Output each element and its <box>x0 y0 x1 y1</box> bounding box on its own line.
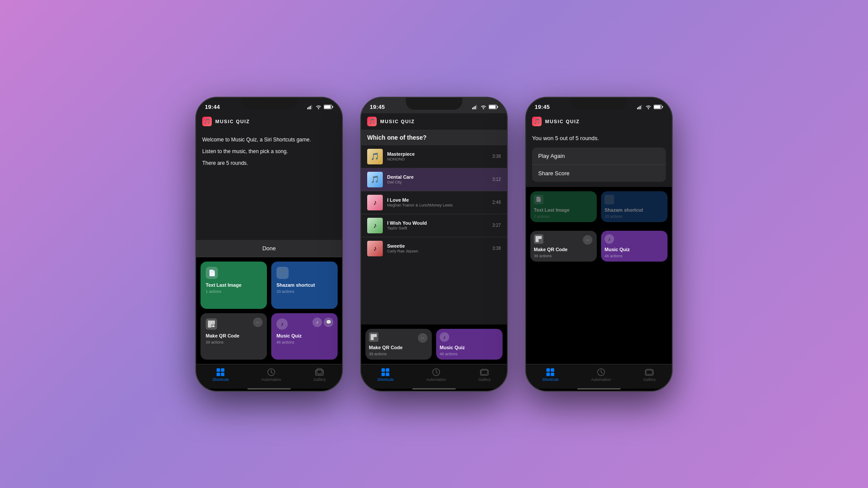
text-last-image-icon: 📄 <box>206 267 218 279</box>
qr-icon-2 <box>369 332 378 342</box>
music-quiz-card-icon-3: ♪ <box>605 234 614 244</box>
tab-shortcuts-label-3: Shortcuts <box>542 377 559 382</box>
tab-bar-3: Shortcuts Automation Gallery <box>526 364 672 389</box>
svg-rect-40 <box>386 368 389 372</box>
shortcut-qr[interactable]: ··· <box>201 313 267 360</box>
shortcut-music-quiz-2[interactable]: ♪ Music Quiz 46 actions <box>436 329 503 360</box>
song-item-2[interactable]: 🎵 Dental Care Owl City 3:12 <box>361 168 507 191</box>
my-shortcuts-icon-3 <box>546 368 555 377</box>
chat-icon-wrapper: 💬 <box>324 318 333 327</box>
song-title-1: Masterpiece <box>387 151 488 157</box>
shortcuts-bottom-3: ··· Make QR Code 39 actions ♪ Music <box>526 226 672 266</box>
tab-automation-1[interactable]: Automation <box>261 368 281 382</box>
qr-svg-2 <box>371 334 377 340</box>
gallery-icon-2 <box>480 368 489 377</box>
svg-rect-62 <box>551 373 554 376</box>
shortcut-qr-3[interactable]: ··· Make QR Code 39 actions <box>530 231 597 262</box>
song-info-4: I Wish You Would Taylor Swift <box>387 220 488 230</box>
song-info-5: Sweetie Carly Rae Jepsen <box>387 243 488 253</box>
welcome-line-1: Welcome to Music Quiz, a Siri Shortcuts … <box>202 136 336 144</box>
svg-rect-38 <box>372 338 373 339</box>
more-icon-qr-3[interactable]: ··· <box>583 235 592 245</box>
song-artist-2: Owl City <box>387 180 488 184</box>
svg-rect-12 <box>209 325 210 326</box>
song-item-4[interactable]: ♪ I Wish You Would Taylor Swift 3:27 <box>361 214 507 237</box>
home-bar-3 <box>577 388 621 390</box>
gallery-icon <box>315 368 324 377</box>
shortcut-text-last-3[interactable]: 📄 Text Last Image 2 actions <box>530 191 597 222</box>
song-duration-4: 3:27 <box>493 223 501 228</box>
shortcuts-bottom-2: ··· Make QR Code 39 actions ♪ Music <box>361 324 507 364</box>
song-info-1: Masterpiece NONONO <box>387 151 488 161</box>
tab-shortcuts-label-2: Shortcuts <box>377 377 394 382</box>
tab-automation-2[interactable]: Automation <box>426 368 446 382</box>
svg-rect-61 <box>546 373 550 376</box>
more-icon-qr-2[interactable]: ··· <box>418 333 427 343</box>
shortcut-music-actions-3: 46 actions <box>605 254 664 258</box>
svg-rect-42 <box>386 373 389 376</box>
svg-rect-51 <box>662 106 663 108</box>
status-bar-1: 19:44 <box>196 98 342 113</box>
shortcut-actions-1: 1 actions <box>206 289 262 294</box>
svg-rect-27 <box>473 107 474 109</box>
more-icon-qr[interactable]: ··· <box>253 318 263 327</box>
shortcut-shazam[interactable]: 🎵 Shazam shortcut 33 actions <box>271 262 338 309</box>
tab-automation-label-2: Automation <box>426 377 446 382</box>
status-icons-1 <box>307 105 333 109</box>
tab-my-shortcuts-2[interactable]: Shortcuts <box>377 368 394 382</box>
tab-my-shortcuts-1[interactable]: Shortcuts <box>212 368 229 382</box>
quiz-header: Which one of these? <box>361 130 507 145</box>
shortcut-name-2: Shazam shortcut <box>276 282 332 288</box>
svg-rect-26 <box>472 108 473 109</box>
shortcut-music-name-2: Music Quiz <box>440 345 499 350</box>
play-again-button[interactable]: Play Again <box>532 147 666 165</box>
song-artist-3: Meghan Trainor & LunchMoney Lewis <box>387 203 488 207</box>
welcome-line-3: There are 5 rounds. <box>202 159 336 167</box>
svg-rect-31 <box>497 106 498 108</box>
svg-rect-29 <box>476 105 477 109</box>
svg-rect-5 <box>332 106 333 108</box>
song-item-5[interactable]: ♪ Sweetie Carly Rae Jepsen 3:38 <box>361 237 507 260</box>
tab-automation-3[interactable]: Automation <box>591 368 611 382</box>
tab-gallery-label-3: Gallery <box>643 377 656 382</box>
music-quiz-icon-1: 🎵 <box>202 117 212 126</box>
done-button[interactable]: Done <box>196 240 342 257</box>
svg-rect-52 <box>654 105 661 108</box>
svg-rect-17 <box>217 368 220 372</box>
share-score-button[interactable]: Share Score <box>532 165 666 182</box>
text-last-icon-3: 📄 <box>534 195 543 204</box>
song-title-4: I Wish You Would <box>387 220 488 226</box>
svg-rect-20 <box>221 373 224 376</box>
qr-icon-3 <box>534 234 543 244</box>
my-shortcuts-icon <box>216 368 225 377</box>
svg-rect-32 <box>489 105 496 108</box>
tab-label-automation-1: Automation <box>261 377 281 382</box>
shortcut-shazam-3[interactable]: 🎵 Shazam shortcut 33 actions <box>601 191 667 222</box>
song-item-1[interactable]: 🎵 Masterpiece NONONO 3:38 <box>361 145 507 168</box>
time-3: 19:45 <box>535 104 550 110</box>
shortcut-top-actions-2: 33 actions <box>605 214 664 219</box>
wifi-icon <box>316 105 322 109</box>
tab-gallery-3[interactable]: Gallery <box>643 368 656 382</box>
song-duration-5: 3:38 <box>493 246 501 251</box>
shortcut-text-last-image[interactable]: 📄 Text Last Image 1 actions <box>201 262 267 309</box>
app-header-2: 🎵 MUSIC QUIZ <box>361 113 507 130</box>
shortcut-music-quiz-3[interactable]: ♪ Music Quiz 46 actions <box>601 231 667 262</box>
svg-rect-54 <box>536 237 538 238</box>
svg-rect-60 <box>551 368 554 372</box>
svg-rect-13 <box>212 324 213 325</box>
svg-rect-48 <box>640 106 641 109</box>
song-art-1: 🎵 <box>367 149 383 164</box>
time-2: 19:45 <box>370 104 385 110</box>
svg-rect-58 <box>536 240 538 241</box>
svg-rect-15 <box>212 326 213 327</box>
shortcut-qr-2[interactable]: ··· Make QR Code 39 actions <box>365 329 432 360</box>
shortcut-actions-3: 39 actions <box>206 340 262 344</box>
tab-my-shortcuts-3[interactable]: Shortcuts <box>542 368 559 382</box>
song-item-3[interactable]: ♪ I Love Me Meghan Trainor & LunchMoney … <box>361 191 507 214</box>
tab-gallery-2[interactable]: Gallery <box>478 368 491 382</box>
svg-rect-16 <box>213 326 214 327</box>
tab-gallery-1[interactable]: Gallery <box>313 368 326 382</box>
shortcut-music-quiz[interactable]: ♪ 💬 ♪ Music Quiz 46 actions <box>271 313 338 360</box>
song-artist-1: NONONO <box>387 157 488 161</box>
